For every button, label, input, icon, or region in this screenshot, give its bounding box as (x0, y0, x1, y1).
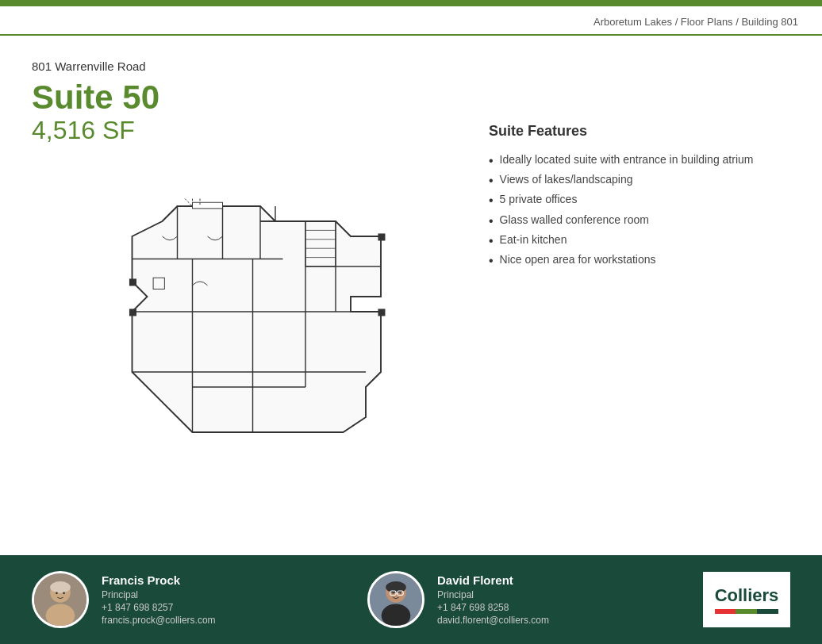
floorplan-container (32, 161, 428, 462)
property-address: 801 Warrenville Road (32, 59, 457, 73)
agent-1-phone: +1 847 698 8257 (102, 602, 216, 613)
feature-item: Glass walled conference room (489, 211, 790, 231)
suite-size: 4,516 SF (32, 116, 457, 145)
agent-1-title: Principal (102, 589, 216, 600)
svg-point-38 (50, 581, 71, 593)
main-content: 801 Warrenville Road Suite 50 4,516 SF (0, 36, 822, 478)
svg-point-40 (63, 592, 65, 594)
agent-1-email: francis.prock@colliers.com (102, 615, 216, 626)
feature-item: 5 private offices (489, 190, 790, 210)
breadcrumb: Arboretum Lakes / Floor Plans / Building… (0, 6, 822, 36)
svg-rect-24 (130, 279, 136, 286)
agent-1-block: Francis Prock Principal +1 847 698 8257 … (32, 571, 336, 628)
svg-point-48 (392, 592, 394, 594)
colliers-logo-container: Colliers (703, 572, 790, 627)
svg-rect-20 (193, 202, 223, 209)
svg-point-49 (400, 592, 401, 594)
breadcrumb-text: Arboretum Lakes / Floor Plans / Building… (593, 16, 798, 28)
feature-item: Nice open area for workstations (489, 251, 790, 270)
agent-2-info: David Florent Principal +1 847 698 8258 … (437, 573, 549, 626)
suite-features-title: Suite Features (489, 123, 790, 140)
svg-line-31 (185, 199, 193, 207)
colliers-logo-stripe (715, 609, 779, 614)
right-panel: Suite Features Ideally located suite wit… (489, 59, 790, 462)
agent-1-name: Francis Prock (102, 573, 216, 587)
agent-2-avatar (367, 571, 424, 628)
feature-item: Views of lakes/landscaping (489, 171, 790, 190)
agent-1-info: Francis Prock Principal +1 847 698 8257 … (102, 573, 216, 626)
feature-item: Eat-in kitchen (489, 231, 790, 251)
agent-2-email: david.florent@colliers.com (437, 615, 549, 626)
colliers-logo: Colliers (715, 585, 779, 614)
svg-rect-27 (378, 309, 385, 316)
svg-rect-25 (130, 309, 136, 316)
colliers-logo-text: Colliers (715, 585, 779, 606)
agent-2-name: David Florent (437, 573, 549, 587)
footer: Francis Prock Principal +1 847 698 8257 … (0, 555, 822, 644)
svg-point-43 (382, 604, 411, 627)
top-bar (0, 0, 822, 6)
suite-number: Suite 50 (32, 79, 457, 116)
floorplan-svg (32, 161, 428, 462)
agent-1-avatar (32, 571, 89, 628)
feature-item: Ideally located suite with entrance in b… (489, 151, 790, 171)
svg-point-39 (56, 592, 58, 594)
svg-point-37 (46, 604, 75, 627)
agent-2-phone: +1 847 698 8258 (437, 602, 549, 613)
svg-rect-26 (378, 234, 385, 240)
left-panel: 801 Warrenville Road Suite 50 4,516 SF (32, 59, 457, 462)
agent-2-block: David Florent Principal +1 847 698 8258 … (367, 571, 671, 628)
agent-2-title: Principal (437, 589, 549, 600)
features-list: Ideally located suite with entrance in b… (489, 151, 790, 270)
